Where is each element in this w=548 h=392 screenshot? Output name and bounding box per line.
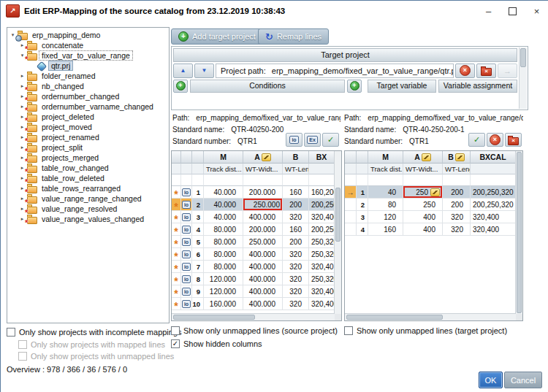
cell[interactable]: 320 — [283, 273, 309, 285]
target-panel-scrollbar[interactable] — [519, 47, 527, 109]
cell[interactable]: 80.000 — [204, 223, 243, 236]
vertical-scrollbar[interactable] — [515, 151, 522, 314]
cell[interactable]: 200,250,3 — [309, 199, 335, 211]
cell[interactable]: 200,250,3 — [309, 223, 335, 236]
cell[interactable]: 80 — [368, 199, 403, 211]
column-filter-input[interactable] — [283, 174, 309, 186]
column-header-M[interactable]: M — [204, 151, 243, 164]
cell[interactable]: 250,320,4 — [309, 273, 335, 285]
cell[interactable]: 320 — [283, 298, 309, 310]
cell[interactable]: 80.000 — [204, 261, 243, 273]
cell[interactable]: 320,400 — [471, 211, 516, 223]
tree-item-ordernumber_varname_changed[interactable]: ▸*ordernumber_varname_changed — [7, 101, 169, 112]
add-target-project-button[interactable]: + Add target project — [171, 28, 263, 45]
column-header-BX[interactable]: BX — [309, 151, 335, 164]
cell[interactable]: 320 — [283, 211, 309, 223]
column-filter-input[interactable] — [243, 174, 283, 186]
row-io-icon[interactable]: io — [181, 248, 192, 261]
cell[interactable]: 40.000 — [204, 186, 243, 199]
minimize-button[interactable]: – — [476, 1, 501, 21]
scrollbar-thumb[interactable] — [346, 315, 443, 320]
tree-item-ordernumber_changed[interactable]: ▸*ordernumber_changed — [7, 91, 169, 101]
table-row[interactable]: *io8120.000400.000320250,320,4 — [172, 273, 335, 285]
pencil-icon[interactable] — [422, 153, 431, 161]
tree-item-project_split[interactable]: ▸*project_split — [7, 142, 169, 153]
table-row[interactable]: *io680.000400.000320250,320 — [172, 248, 335, 261]
only-mapped-lines-checkbox[interactable]: Only show projects with mapped lines — [18, 340, 165, 349]
row-gear-icon[interactable]: * — [172, 285, 181, 298]
row-gear-icon[interactable]: * — [172, 273, 181, 285]
column-header-B[interactable]: B — [283, 151, 309, 164]
tree-item-project_renamed[interactable]: ▸*project_renamed — [7, 132, 169, 142]
column-filter-input[interactable] — [204, 174, 243, 186]
tree-item-erp_mapping_demo[interactable]: ▾erp_mapping_demo — [7, 30, 169, 40]
cell[interactable]: 320 — [283, 285, 309, 298]
tree-item-project_deleted[interactable]: ▸*project_deleted — [7, 112, 169, 122]
tree-item-fixed_var_to_value_range[interactable]: ▾*fixed_var_to_value_range — [7, 50, 169, 61]
row-io-icon[interactable]: io — [181, 298, 192, 310]
show-unmapped-target-checkbox[interactable]: Show only unmapped lines (target project… — [344, 326, 507, 335]
tree-item-table_row_changed[interactable]: ▸*table_row_changed — [7, 163, 169, 173]
cell[interactable]: 200,250,320 — [471, 199, 516, 211]
show-hidden-columns-checkbox[interactable]: ✓ Show hidden columns — [171, 339, 262, 348]
io-columns-button[interactable]: io — [286, 133, 302, 147]
chevron-right-icon[interactable]: ▸ — [18, 73, 26, 79]
table-row[interactable]: 3120400320320,400 — [345, 211, 516, 223]
tree-item-folder_renamed[interactable]: ▸folder_renamed — [7, 71, 169, 81]
cell[interactable]: 320 — [283, 261, 309, 273]
show-unmapped-source-checkbox[interactable]: Show only unmapped lines (source project… — [171, 326, 338, 335]
scrollbar-thumb[interactable] — [335, 188, 340, 242]
cell[interactable]: 120.000 — [204, 285, 243, 298]
pencil-icon[interactable] — [430, 188, 440, 196]
cancel-button[interactable]: Cancel — [504, 372, 542, 388]
cell[interactable]: 160 — [283, 223, 309, 236]
apply-standard-number-button[interactable]: ✓ — [322, 133, 339, 147]
cell[interactable]: 400.000 — [243, 261, 283, 273]
ok-button[interactable]: OK — [479, 372, 503, 388]
row-io-icon[interactable]: io — [181, 223, 192, 236]
cell[interactable]: 40.000 — [204, 199, 243, 211]
cell[interactable]: 250 — [403, 199, 443, 211]
column-header-BXCAL[interactable]: BXCAL — [471, 151, 516, 164]
row-gear-icon[interactable]: * — [172, 298, 181, 310]
column-filter-input[interactable] — [471, 174, 516, 186]
goto-target-button[interactable]: → — [498, 64, 517, 78]
column-filter-input[interactable] — [403, 174, 443, 186]
export-button[interactable]: Ex — [304, 133, 321, 147]
tree-item-table_row_deleted[interactable]: ▸*table_row_deleted — [7, 173, 169, 183]
column-filter-input[interactable] — [368, 174, 403, 186]
tree-item-projects_merged[interactable]: ▸*projects_merged — [7, 153, 169, 163]
row-io-icon[interactable]: io — [181, 211, 192, 223]
cell[interactable]: 80.000 — [204, 248, 243, 261]
remove-target-project-button[interactable]: × — [455, 64, 475, 78]
add-assignment-button[interactable]: + — [347, 80, 362, 93]
cell[interactable]: 40.000 — [204, 211, 243, 223]
table-row[interactable]: *io10160.000400.000320320,400 — [172, 298, 335, 310]
maximize-button[interactable] — [501, 1, 525, 21]
cell[interactable]: 400.000 — [243, 248, 283, 261]
cell[interactable]: 200 — [283, 199, 309, 211]
row-gear-icon[interactable]: * — [172, 223, 181, 236]
row-io-icon[interactable]: io — [181, 186, 192, 199]
cell[interactable]: 40 — [368, 186, 403, 199]
column-filter-input[interactable] — [309, 174, 335, 186]
table-row[interactable]: *io780.000400.000320320,40 — [172, 261, 335, 273]
accept-mapping-button[interactable]: ✓ — [468, 133, 485, 147]
delete-project-mapping-button[interactable]: × — [476, 64, 496, 78]
row-gear-icon[interactable]: * — [172, 261, 181, 273]
move-up-button[interactable]: ▲ — [173, 64, 193, 78]
table-row[interactable]: *io480.000200.000160200,250,3 — [172, 223, 335, 236]
row-io-icon[interactable]: io — [181, 285, 192, 298]
row-gear-icon[interactable]: * — [172, 236, 181, 248]
scrollbar-thumb[interactable] — [520, 48, 526, 67]
row-io-icon[interactable]: io — [181, 199, 192, 211]
move-down-button[interactable]: ▼ — [194, 64, 214, 78]
row-gear-icon[interactable]: * — [172, 211, 181, 223]
cell[interactable]: 200,250,320 — [471, 186, 516, 199]
tree-item-concatenate[interactable]: ▸*concatenate — [7, 40, 169, 50]
table-row[interactable]: *io580.000250.000200250,320 — [172, 236, 335, 248]
cell[interactable]: 160 — [283, 186, 309, 199]
tree-item-value_range_values_changed[interactable]: ▸*value_range_values_changed — [7, 214, 169, 224]
table-row[interactable]: *io340.000400.000320320,400 — [172, 211, 335, 223]
table-row[interactable]: 4160400320320,400 — [345, 223, 516, 236]
